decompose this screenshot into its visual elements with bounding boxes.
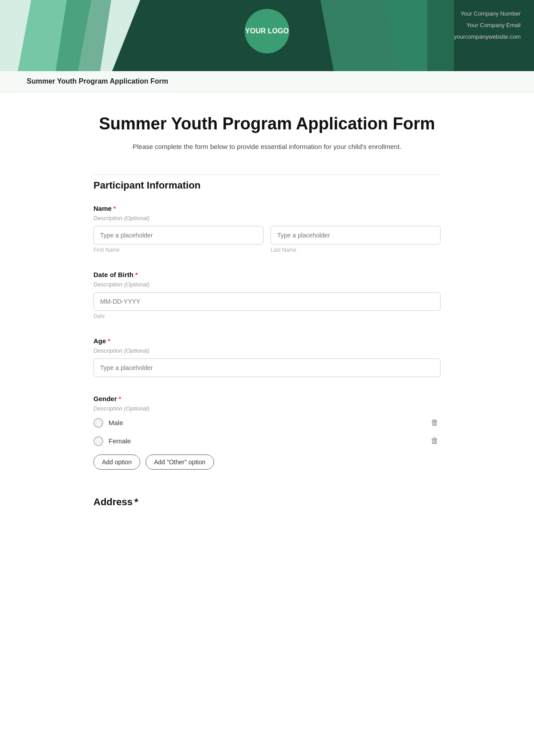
radio-label-female: Female (109, 437, 131, 445)
age-input[interactable] (93, 358, 441, 377)
last-name-sublabel: Last Name (271, 247, 441, 253)
field-dob: Date of Birth * Description (Optional) D… (93, 271, 441, 319)
first-name-sublabel: First Name (93, 247, 263, 253)
form-title-bar: Summer Youth Program Application Form (0, 71, 534, 92)
page-subheading: Please complete the form below to provid… (93, 141, 441, 152)
section-participant-title: Participant Information (93, 174, 441, 191)
field-gender: Gender * Description (Optional) Male 🗑 F… (93, 395, 441, 470)
add-option-button[interactable]: Add option (93, 454, 140, 470)
address-section-preview: Address * (93, 487, 441, 508)
field-gender-description: Description (Optional) (93, 405, 441, 412)
radio-circle-male (93, 418, 103, 428)
delete-male-icon[interactable]: 🗑 (429, 416, 441, 429)
field-name-label: Name * (93, 205, 441, 212)
field-name-row: First Name Last Name (93, 226, 441, 253)
required-star-age: * (108, 337, 110, 345)
field-name: Name * Description (Optional) First Name… (93, 205, 441, 253)
field-dob-description: Description (Optional) (93, 281, 441, 288)
radio-label-male: Male (109, 419, 123, 426)
radio-option-female-row: Female 🗑 (93, 434, 441, 447)
last-name-input[interactable] (271, 226, 441, 245)
radio-option-female[interactable]: Female (93, 436, 131, 446)
delete-female-icon[interactable]: 🗑 (429, 434, 441, 447)
company-email: Your Company Email (454, 20, 521, 31)
required-star-gender: * (119, 395, 121, 402)
page-heading: Summer Youth Program Application Form (93, 114, 441, 133)
first-name-input[interactable] (93, 226, 263, 245)
required-star-name: * (113, 205, 116, 212)
radio-option-male-row: Male 🗑 (93, 416, 441, 429)
company-phone: Your Company Number (454, 8, 521, 20)
form-title-bar-label: Summer Youth Program Application Form (27, 77, 168, 85)
company-website: yourcompanywebsite.com (454, 31, 521, 43)
logo: YOUR LOGO (245, 9, 289, 53)
field-dob-label: Date of Birth * (93, 271, 441, 278)
field-name-description: Description (Optional) (93, 215, 441, 221)
add-other-option-button[interactable]: Add "Other" option (146, 454, 214, 470)
dob-input[interactable] (93, 292, 441, 311)
required-star-dob: * (135, 271, 138, 278)
field-age: Age * Description (Optional) (93, 337, 441, 377)
add-option-row: Add option Add "Other" option (93, 454, 441, 470)
page-header: YOUR LOGO Your Company Number Your Compa… (0, 0, 534, 71)
header-contact: Your Company Number Your Company Email y… (454, 8, 521, 43)
dob-sublabel: Date (93, 313, 441, 319)
address-required-star: * (134, 496, 138, 508)
field-age-label: Age * (93, 337, 441, 345)
field-age-description: Description (Optional) (93, 347, 441, 354)
radio-option-male[interactable]: Male (93, 418, 123, 428)
radio-circle-female (93, 436, 103, 446)
address-section-title: Address (93, 496, 133, 508)
main-content: Summer Youth Program Application Form Pl… (67, 92, 467, 535)
field-gender-label: Gender * (93, 395, 441, 402)
